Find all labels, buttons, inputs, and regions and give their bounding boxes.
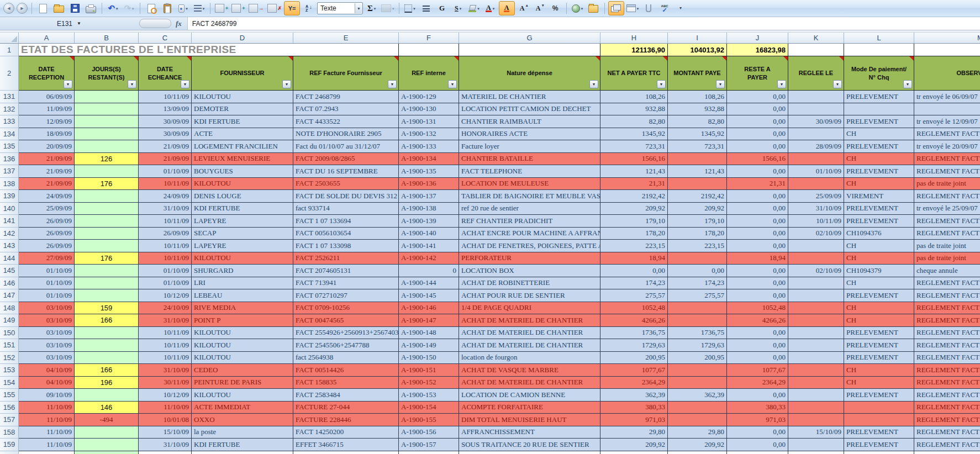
- cell-f142[interactable]: A-1900-140: [399, 228, 459, 240]
- row-header[interactable]: 139: [0, 190, 19, 203]
- cell-k132[interactable]: [788, 103, 844, 116]
- cell-b141[interactable]: [75, 215, 139, 228]
- cell-a137[interactable]: 21/09/09: [19, 165, 75, 178]
- row-header[interactable]: 145: [0, 265, 19, 277]
- cell-h136[interactable]: 1566,16: [600, 153, 668, 166]
- row-header[interactable]: 151: [0, 339, 19, 352]
- cell-g134[interactable]: HONORAIRES ACTE: [459, 128, 600, 141]
- cell-a153[interactable]: 04/10/09: [19, 364, 75, 377]
- cell-i143[interactable]: 223,15: [668, 240, 727, 252]
- cell-f135[interactable]: A-1900-133: [399, 140, 459, 153]
- cell-l140[interactable]: PRELEVEMENT: [844, 203, 914, 215]
- cell-f155[interactable]: A-1900-153: [399, 389, 459, 402]
- cell-e140[interactable]: fact 933714: [293, 203, 399, 215]
- cell-i142[interactable]: 178,20: [668, 228, 727, 240]
- cell-b143[interactable]: [75, 240, 139, 252]
- cell-c132[interactable]: 13/09/09: [139, 103, 192, 116]
- cell-g140[interactable]: ref 20 rue de sentier: [459, 203, 600, 215]
- cell-d157[interactable]: OXXO: [192, 414, 293, 426]
- cell-c149[interactable]: 31/10/09: [139, 314, 192, 327]
- cell-k149[interactable]: [788, 314, 844, 327]
- cell-m145[interactable]: cheque annule: [914, 265, 980, 277]
- cell-m140[interactable]: tr envoyé le 25/09/07: [914, 203, 980, 215]
- cell-j134[interactable]: 0,00: [727, 128, 788, 141]
- cell-e155[interactable]: FACT 2583484: [293, 389, 399, 402]
- cell-k144[interactable]: [788, 252, 844, 265]
- percent-style-button[interactable]: %: [548, 2, 563, 15]
- cell-e145[interactable]: FACT 2074605131: [293, 265, 399, 277]
- cell-a139[interactable]: 24/09/09: [19, 190, 75, 203]
- cell-c155[interactable]: 10/12/09: [139, 389, 192, 402]
- data-table-button[interactable]: ▾: [625, 2, 640, 15]
- cell-h131[interactable]: 108,26: [600, 91, 668, 103]
- cell-b137[interactable]: [75, 165, 139, 178]
- chevron-down-icon[interactable]: ▾: [413, 7, 415, 10]
- chevron-down-icon[interactable]: ▾: [116, 7, 118, 10]
- cell-g147[interactable]: ACHAT POUR RUE DE SENTIER: [459, 289, 600, 302]
- cell-j159[interactable]: 0,00: [727, 439, 788, 451]
- cell-e139[interactable]: FACT DE SOLDE DU DEVIS 312: [293, 190, 399, 203]
- cell-m131[interactable]: tr envoyé le 06/09/07: [914, 91, 980, 103]
- cell-a132[interactable]: 11/09/09: [19, 103, 75, 116]
- cell-l132[interactable]: [844, 103, 914, 116]
- cell-h153[interactable]: 1077,67: [600, 364, 668, 377]
- cell-l137[interactable]: PRELEVEMENT: [844, 165, 914, 178]
- cell-g135[interactable]: Facture loyer: [459, 140, 600, 153]
- cell-m143[interactable]: pas de traite joint: [914, 240, 980, 252]
- cell-e143[interactable]: FACT 1 07 133098: [293, 240, 399, 252]
- row-header[interactable]: 160: [0, 451, 19, 454]
- row-header[interactable]: 147: [0, 289, 19, 302]
- header-cell-g[interactable]: Nature dépense▼: [459, 56, 600, 91]
- cell-a158[interactable]: 11/10/09: [19, 426, 75, 439]
- cell-a147[interactable]: 01/10/09: [19, 289, 75, 302]
- cell-j149[interactable]: 4266,26: [727, 314, 788, 327]
- cell-c133[interactable]: 30/09/09: [139, 115, 192, 128]
- cell-k136[interactable]: [788, 153, 844, 166]
- cell-c131[interactable]: 10/11/09: [139, 91, 192, 103]
- cell-a156[interactable]: 11/10/09: [19, 402, 75, 414]
- cell-a150[interactable]: 03/10/09: [19, 327, 75, 340]
- name-box-dropdown-icon[interactable]: ▼: [77, 21, 81, 26]
- cell-b159[interactable]: [75, 439, 139, 451]
- cell-b151[interactable]: [75, 339, 139, 352]
- cell-b158[interactable]: [75, 426, 139, 439]
- cell-b149[interactable]: 166: [75, 314, 139, 327]
- toolbar-options-button[interactable]: ▾: [673, 2, 688, 15]
- cell-h138[interactable]: 21,31: [600, 178, 668, 191]
- cell-c152[interactable]: 10/11/09: [139, 352, 192, 365]
- cell-f144[interactable]: A-1900-142: [399, 252, 459, 265]
- cell-g159[interactable]: SOUS TRAITANCE 20 RUE DE SENTIER: [459, 439, 600, 451]
- cell-f136[interactable]: A-1900-134: [399, 153, 459, 166]
- cell-k1[interactable]: [788, 44, 844, 56]
- cell-m158[interactable]: REGLEMENT FACT: [914, 426, 980, 439]
- filter-dropdown-icon[interactable]: ▼: [833, 80, 842, 88]
- cell-h151[interactable]: 1729,63: [600, 339, 668, 352]
- cell-a134[interactable]: 18/09/09: [19, 128, 75, 141]
- print-preview-button[interactable]: [144, 2, 159, 15]
- cell-a155[interactable]: 09/10/09: [19, 389, 75, 402]
- cell-j145[interactable]: 0,00: [727, 265, 788, 277]
- cell-c150[interactable]: 10/11/09: [139, 327, 192, 340]
- cell-d140[interactable]: KDI FERTUBE: [192, 203, 293, 215]
- cell-i147[interactable]: 275,57: [668, 289, 727, 302]
- cell-d160[interactable]: [192, 451, 293, 454]
- cell-d150[interactable]: KILOUTOU: [192, 327, 293, 340]
- cell-f146[interactable]: A-1900-144: [399, 277, 459, 290]
- cell-l135[interactable]: PRELEVEMENT: [844, 140, 914, 153]
- cell-i131[interactable]: 108,26: [668, 91, 727, 103]
- cell-b132[interactable]: [75, 103, 139, 116]
- cell-m152[interactable]: REGLEMENT FACT: [914, 352, 980, 365]
- row-header[interactable]: 146: [0, 277, 19, 290]
- cell-k140[interactable]: 31/10/09: [788, 203, 844, 215]
- row-header[interactable]: 136: [0, 153, 19, 166]
- cell-b138[interactable]: 176: [75, 178, 139, 191]
- chevron-down-icon[interactable]: ▾: [374, 7, 376, 10]
- cell-g156[interactable]: ACOMPTE FORFAITAIRE: [459, 402, 600, 414]
- cell-e135[interactable]: Fact du 01/10/07 au 31/12/07: [293, 140, 399, 153]
- cell-k154[interactable]: [788, 377, 844, 389]
- cell-l139[interactable]: VIREMENT: [844, 190, 914, 203]
- cell-j141[interactable]: 0,00: [727, 215, 788, 228]
- cell-i138[interactable]: [668, 178, 727, 191]
- header-cell-f[interactable]: REF interne▼: [399, 56, 459, 91]
- delete-cells-button[interactable]: +: [230, 2, 246, 15]
